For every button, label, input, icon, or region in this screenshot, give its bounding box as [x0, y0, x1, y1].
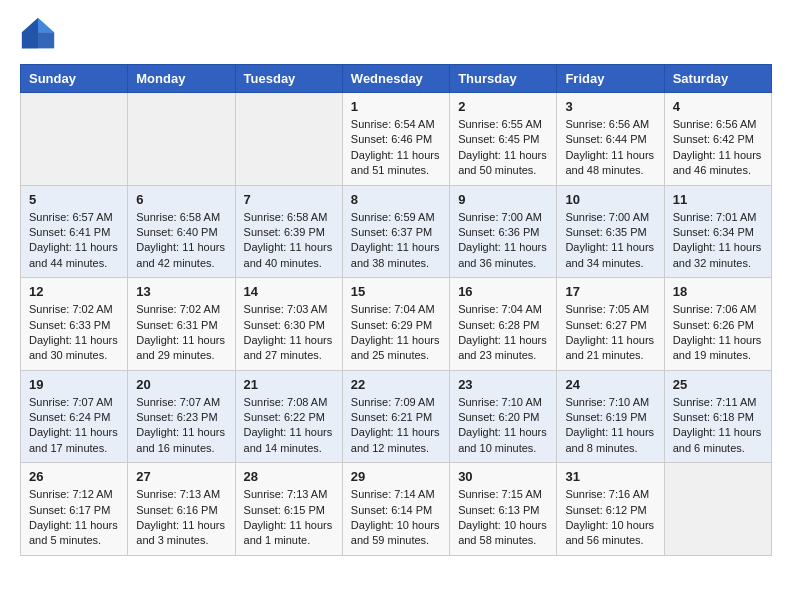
calendar-week-row: 19Sunrise: 7:07 AM Sunset: 6:24 PM Dayli…: [21, 370, 772, 463]
calendar-cell: 8Sunrise: 6:59 AM Sunset: 6:37 PM Daylig…: [342, 185, 449, 278]
calendar-cell: 17Sunrise: 7:05 AM Sunset: 6:27 PM Dayli…: [557, 278, 664, 371]
calendar-cell: 21Sunrise: 7:08 AM Sunset: 6:22 PM Dayli…: [235, 370, 342, 463]
day-info: Sunrise: 6:58 AM Sunset: 6:40 PM Dayligh…: [136, 210, 226, 272]
calendar-cell: 29Sunrise: 7:14 AM Sunset: 6:14 PM Dayli…: [342, 463, 449, 556]
day-number: 6: [136, 192, 226, 207]
svg-marker-0: [38, 18, 54, 32]
calendar-cell: 27Sunrise: 7:13 AM Sunset: 6:16 PM Dayli…: [128, 463, 235, 556]
calendar-cell: 19Sunrise: 7:07 AM Sunset: 6:24 PM Dayli…: [21, 370, 128, 463]
day-number: 27: [136, 469, 226, 484]
day-info: Sunrise: 7:13 AM Sunset: 6:15 PM Dayligh…: [244, 487, 334, 549]
day-info: Sunrise: 7:04 AM Sunset: 6:28 PM Dayligh…: [458, 302, 548, 364]
day-number: 16: [458, 284, 548, 299]
calendar-cell: 18Sunrise: 7:06 AM Sunset: 6:26 PM Dayli…: [664, 278, 771, 371]
day-info: Sunrise: 7:10 AM Sunset: 6:20 PM Dayligh…: [458, 395, 548, 457]
day-number: 23: [458, 377, 548, 392]
day-info: Sunrise: 7:11 AM Sunset: 6:18 PM Dayligh…: [673, 395, 763, 457]
calendar-cell: [235, 93, 342, 186]
day-number: 20: [136, 377, 226, 392]
calendar-week-row: 12Sunrise: 7:02 AM Sunset: 6:33 PM Dayli…: [21, 278, 772, 371]
calendar-cell: 12Sunrise: 7:02 AM Sunset: 6:33 PM Dayli…: [21, 278, 128, 371]
calendar-cell: 11Sunrise: 7:01 AM Sunset: 6:34 PM Dayli…: [664, 185, 771, 278]
col-friday: Friday: [557, 65, 664, 93]
calendar-cell: 30Sunrise: 7:15 AM Sunset: 6:13 PM Dayli…: [450, 463, 557, 556]
day-number: 3: [565, 99, 655, 114]
page-container: Sunday Monday Tuesday Wednesday Thursday…: [0, 0, 792, 572]
calendar-cell: 9Sunrise: 7:00 AM Sunset: 6:36 PM Daylig…: [450, 185, 557, 278]
day-number: 28: [244, 469, 334, 484]
calendar-header: Sunday Monday Tuesday Wednesday Thursday…: [21, 65, 772, 93]
calendar-cell: 16Sunrise: 7:04 AM Sunset: 6:28 PM Dayli…: [450, 278, 557, 371]
day-number: 30: [458, 469, 548, 484]
day-number: 21: [244, 377, 334, 392]
day-number: 5: [29, 192, 119, 207]
calendar-week-row: 5Sunrise: 6:57 AM Sunset: 6:41 PM Daylig…: [21, 185, 772, 278]
day-info: Sunrise: 6:56 AM Sunset: 6:42 PM Dayligh…: [673, 117, 763, 179]
day-info: Sunrise: 7:01 AM Sunset: 6:34 PM Dayligh…: [673, 210, 763, 272]
calendar-cell: 15Sunrise: 7:04 AM Sunset: 6:29 PM Dayli…: [342, 278, 449, 371]
calendar-cell: 6Sunrise: 6:58 AM Sunset: 6:40 PM Daylig…: [128, 185, 235, 278]
day-number: 22: [351, 377, 441, 392]
weekday-header-row: Sunday Monday Tuesday Wednesday Thursday…: [21, 65, 772, 93]
calendar-cell: [128, 93, 235, 186]
day-number: 4: [673, 99, 763, 114]
calendar-cell: 5Sunrise: 6:57 AM Sunset: 6:41 PM Daylig…: [21, 185, 128, 278]
day-info: Sunrise: 7:05 AM Sunset: 6:27 PM Dayligh…: [565, 302, 655, 364]
col-wednesday: Wednesday: [342, 65, 449, 93]
day-number: 13: [136, 284, 226, 299]
calendar-cell: 28Sunrise: 7:13 AM Sunset: 6:15 PM Dayli…: [235, 463, 342, 556]
day-number: 24: [565, 377, 655, 392]
calendar-week-row: 1Sunrise: 6:54 AM Sunset: 6:46 PM Daylig…: [21, 93, 772, 186]
day-number: 19: [29, 377, 119, 392]
day-info: Sunrise: 7:12 AM Sunset: 6:17 PM Dayligh…: [29, 487, 119, 549]
calendar-cell: [664, 463, 771, 556]
header: [20, 16, 772, 52]
calendar-cell: 20Sunrise: 7:07 AM Sunset: 6:23 PM Dayli…: [128, 370, 235, 463]
day-number: 18: [673, 284, 763, 299]
calendar-cell: 10Sunrise: 7:00 AM Sunset: 6:35 PM Dayli…: [557, 185, 664, 278]
calendar-cell: 25Sunrise: 7:11 AM Sunset: 6:18 PM Dayli…: [664, 370, 771, 463]
day-info: Sunrise: 7:07 AM Sunset: 6:24 PM Dayligh…: [29, 395, 119, 457]
day-number: 15: [351, 284, 441, 299]
day-number: 8: [351, 192, 441, 207]
logo: [20, 16, 60, 52]
col-saturday: Saturday: [664, 65, 771, 93]
calendar-cell: 22Sunrise: 7:09 AM Sunset: 6:21 PM Dayli…: [342, 370, 449, 463]
day-number: 2: [458, 99, 548, 114]
day-info: Sunrise: 6:59 AM Sunset: 6:37 PM Dayligh…: [351, 210, 441, 272]
col-thursday: Thursday: [450, 65, 557, 93]
day-info: Sunrise: 7:16 AM Sunset: 6:12 PM Dayligh…: [565, 487, 655, 549]
day-number: 11: [673, 192, 763, 207]
calendar-cell: 3Sunrise: 6:56 AM Sunset: 6:44 PM Daylig…: [557, 93, 664, 186]
day-info: Sunrise: 6:57 AM Sunset: 6:41 PM Dayligh…: [29, 210, 119, 272]
day-info: Sunrise: 7:00 AM Sunset: 6:35 PM Dayligh…: [565, 210, 655, 272]
day-number: 29: [351, 469, 441, 484]
col-tuesday: Tuesday: [235, 65, 342, 93]
calendar-body: 1Sunrise: 6:54 AM Sunset: 6:46 PM Daylig…: [21, 93, 772, 556]
day-info: Sunrise: 7:02 AM Sunset: 6:33 PM Dayligh…: [29, 302, 119, 364]
calendar-cell: [21, 93, 128, 186]
day-info: Sunrise: 7:06 AM Sunset: 6:26 PM Dayligh…: [673, 302, 763, 364]
day-number: 1: [351, 99, 441, 114]
day-info: Sunrise: 6:58 AM Sunset: 6:39 PM Dayligh…: [244, 210, 334, 272]
calendar-cell: 23Sunrise: 7:10 AM Sunset: 6:20 PM Dayli…: [450, 370, 557, 463]
day-info: Sunrise: 6:54 AM Sunset: 6:46 PM Dayligh…: [351, 117, 441, 179]
day-info: Sunrise: 6:56 AM Sunset: 6:44 PM Dayligh…: [565, 117, 655, 179]
calendar-cell: 13Sunrise: 7:02 AM Sunset: 6:31 PM Dayli…: [128, 278, 235, 371]
day-info: Sunrise: 6:55 AM Sunset: 6:45 PM Dayligh…: [458, 117, 548, 179]
day-number: 17: [565, 284, 655, 299]
calendar-cell: 31Sunrise: 7:16 AM Sunset: 6:12 PM Dayli…: [557, 463, 664, 556]
day-info: Sunrise: 7:08 AM Sunset: 6:22 PM Dayligh…: [244, 395, 334, 457]
col-sunday: Sunday: [21, 65, 128, 93]
calendar-week-row: 26Sunrise: 7:12 AM Sunset: 6:17 PM Dayli…: [21, 463, 772, 556]
calendar-cell: 14Sunrise: 7:03 AM Sunset: 6:30 PM Dayli…: [235, 278, 342, 371]
day-info: Sunrise: 7:04 AM Sunset: 6:29 PM Dayligh…: [351, 302, 441, 364]
calendar-cell: 7Sunrise: 6:58 AM Sunset: 6:39 PM Daylig…: [235, 185, 342, 278]
day-info: Sunrise: 7:10 AM Sunset: 6:19 PM Dayligh…: [565, 395, 655, 457]
day-number: 10: [565, 192, 655, 207]
day-info: Sunrise: 7:15 AM Sunset: 6:13 PM Dayligh…: [458, 487, 548, 549]
day-info: Sunrise: 7:03 AM Sunset: 6:30 PM Dayligh…: [244, 302, 334, 364]
day-number: 31: [565, 469, 655, 484]
day-number: 25: [673, 377, 763, 392]
calendar-cell: 24Sunrise: 7:10 AM Sunset: 6:19 PM Dayli…: [557, 370, 664, 463]
